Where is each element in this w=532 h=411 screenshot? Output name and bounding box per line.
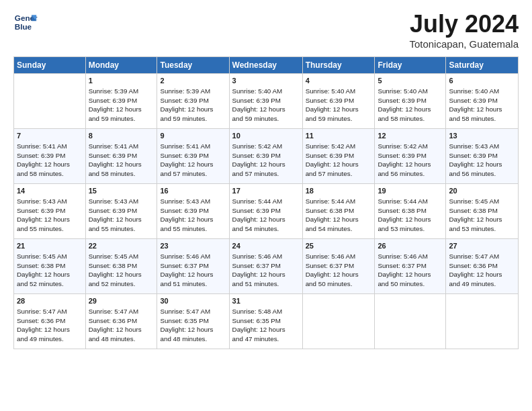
day-number: 17 [232, 186, 300, 196]
table-row: 5Sunrise: 5:40 AM Sunset: 6:39 PM Daylig… [375, 74, 446, 129]
table-row: 30Sunrise: 5:47 AM Sunset: 6:35 PM Dayli… [157, 294, 229, 349]
day-number: 30 [160, 296, 226, 306]
table-row: 23Sunrise: 5:46 AM Sunset: 6:37 PM Dayli… [157, 239, 229, 294]
table-row: 3Sunrise: 5:40 AM Sunset: 6:39 PM Daylig… [229, 74, 302, 129]
day-info: Sunrise: 5:47 AM Sunset: 6:36 PM Dayligh… [449, 252, 515, 289]
day-info: Sunrise: 5:39 AM Sunset: 6:39 PM Dayligh… [160, 87, 226, 124]
day-number: 25 [306, 241, 372, 251]
header-saturday: Saturday [446, 57, 519, 74]
table-row: 24Sunrise: 5:46 AM Sunset: 6:37 PM Dayli… [229, 239, 302, 294]
table-row: 2Sunrise: 5:39 AM Sunset: 6:39 PM Daylig… [157, 74, 229, 129]
day-info: Sunrise: 5:40 AM Sunset: 6:39 PM Dayligh… [232, 87, 300, 124]
header-thursday: Thursday [302, 57, 375, 74]
day-info: Sunrise: 5:46 AM Sunset: 6:37 PM Dayligh… [160, 252, 226, 289]
table-row: 16Sunrise: 5:43 AM Sunset: 6:39 PM Dayli… [157, 184, 229, 239]
day-info: Sunrise: 5:46 AM Sunset: 6:37 PM Dayligh… [378, 252, 443, 289]
day-info: Sunrise: 5:41 AM Sunset: 6:39 PM Dayligh… [160, 142, 226, 179]
day-number: 26 [378, 241, 443, 251]
table-row: 26Sunrise: 5:46 AM Sunset: 6:37 PM Dayli… [375, 239, 446, 294]
day-number: 14 [17, 186, 83, 196]
logo-icon: General Blue [13, 10, 38, 34]
logo: General Blue [13, 10, 38, 34]
day-number: 16 [160, 186, 226, 196]
day-info: Sunrise: 5:40 AM Sunset: 6:39 PM Dayligh… [306, 87, 372, 124]
day-info: Sunrise: 5:40 AM Sunset: 6:39 PM Dayligh… [449, 87, 515, 124]
table-row: 9Sunrise: 5:41 AM Sunset: 6:39 PM Daylig… [157, 129, 229, 184]
table-row: 12Sunrise: 5:42 AM Sunset: 6:39 PM Dayli… [375, 129, 446, 184]
table-row: 20Sunrise: 5:45 AM Sunset: 6:38 PM Dayli… [446, 184, 519, 239]
week-row-1: 1Sunrise: 5:39 AM Sunset: 6:39 PM Daylig… [14, 74, 519, 129]
day-number: 23 [160, 241, 226, 251]
header-monday: Monday [85, 57, 157, 74]
month-year-title: July 2024 [409, 10, 519, 38]
day-number: 29 [89, 296, 154, 306]
day-info: Sunrise: 5:45 AM Sunset: 6:38 PM Dayligh… [89, 252, 154, 289]
day-number: 6 [449, 76, 515, 86]
day-number: 3 [232, 76, 300, 86]
day-number: 18 [306, 186, 372, 196]
header-sunday: Sunday [14, 57, 86, 74]
table-row: 15Sunrise: 5:43 AM Sunset: 6:39 PM Dayli… [85, 184, 157, 239]
page: General Blue July 2024 Totonicapan, Guat… [0, 0, 532, 411]
day-number: 7 [17, 131, 83, 141]
table-row: 19Sunrise: 5:44 AM Sunset: 6:38 PM Dayli… [375, 184, 446, 239]
day-info: Sunrise: 5:43 AM Sunset: 6:39 PM Dayligh… [160, 197, 226, 234]
table-row: 25Sunrise: 5:46 AM Sunset: 6:37 PM Dayli… [302, 239, 375, 294]
table-row: 6Sunrise: 5:40 AM Sunset: 6:39 PM Daylig… [446, 74, 519, 129]
day-info: Sunrise: 5:46 AM Sunset: 6:37 PM Dayligh… [232, 252, 300, 289]
week-row-3: 14Sunrise: 5:43 AM Sunset: 6:39 PM Dayli… [14, 184, 519, 239]
day-number: 22 [89, 241, 154, 251]
svg-text:Blue: Blue [15, 22, 32, 31]
day-number: 19 [378, 186, 443, 196]
header-wednesday: Wednesday [229, 57, 302, 74]
table-row: 21Sunrise: 5:45 AM Sunset: 6:38 PM Dayli… [14, 239, 86, 294]
week-row-2: 7Sunrise: 5:41 AM Sunset: 6:39 PM Daylig… [14, 129, 519, 184]
table-row [302, 294, 375, 349]
day-number: 12 [378, 131, 443, 141]
day-number: 1 [89, 76, 154, 86]
day-number: 31 [232, 296, 300, 306]
day-info: Sunrise: 5:40 AM Sunset: 6:39 PM Dayligh… [378, 87, 443, 124]
day-number: 21 [17, 241, 83, 251]
table-row: 7Sunrise: 5:41 AM Sunset: 6:39 PM Daylig… [14, 129, 86, 184]
day-info: Sunrise: 5:39 AM Sunset: 6:39 PM Dayligh… [89, 87, 154, 124]
day-number: 24 [232, 241, 300, 251]
day-number: 27 [449, 241, 515, 251]
day-number: 11 [306, 131, 372, 141]
location-subtitle: Totonicapan, Guatemala [409, 38, 519, 50]
day-info: Sunrise: 5:44 AM Sunset: 6:38 PM Dayligh… [306, 197, 372, 234]
day-info: Sunrise: 5:48 AM Sunset: 6:35 PM Dayligh… [232, 307, 300, 344]
day-info: Sunrise: 5:43 AM Sunset: 6:39 PM Dayligh… [17, 197, 83, 234]
day-info: Sunrise: 5:45 AM Sunset: 6:38 PM Dayligh… [449, 197, 515, 234]
table-row [446, 294, 519, 349]
day-info: Sunrise: 5:42 AM Sunset: 6:39 PM Dayligh… [306, 142, 372, 179]
day-info: Sunrise: 5:47 AM Sunset: 6:36 PM Dayligh… [17, 307, 83, 344]
table-row: 22Sunrise: 5:45 AM Sunset: 6:38 PM Dayli… [85, 239, 157, 294]
table-row: 8Sunrise: 5:41 AM Sunset: 6:39 PM Daylig… [85, 129, 157, 184]
day-number: 28 [17, 296, 83, 306]
header-row: Sunday Monday Tuesday Wednesday Thursday… [14, 57, 519, 74]
day-info: Sunrise: 5:47 AM Sunset: 6:36 PM Dayligh… [89, 307, 154, 344]
day-number: 20 [449, 186, 515, 196]
day-number: 4 [306, 76, 372, 86]
day-info: Sunrise: 5:44 AM Sunset: 6:39 PM Dayligh… [232, 197, 300, 234]
calendar-table: Sunday Monday Tuesday Wednesday Thursday… [13, 56, 519, 349]
day-info: Sunrise: 5:47 AM Sunset: 6:35 PM Dayligh… [160, 307, 226, 344]
week-row-5: 28Sunrise: 5:47 AM Sunset: 6:36 PM Dayli… [14, 294, 519, 349]
header-friday: Friday [375, 57, 446, 74]
day-info: Sunrise: 5:46 AM Sunset: 6:37 PM Dayligh… [306, 252, 372, 289]
day-number: 13 [449, 131, 515, 141]
day-info: Sunrise: 5:41 AM Sunset: 6:39 PM Dayligh… [89, 142, 154, 179]
table-row: 10Sunrise: 5:42 AM Sunset: 6:39 PM Dayli… [229, 129, 302, 184]
header-tuesday: Tuesday [157, 57, 229, 74]
table-row [375, 294, 446, 349]
week-row-4: 21Sunrise: 5:45 AM Sunset: 6:38 PM Dayli… [14, 239, 519, 294]
table-row: 29Sunrise: 5:47 AM Sunset: 6:36 PM Dayli… [85, 294, 157, 349]
day-number: 5 [378, 76, 443, 86]
table-row: 17Sunrise: 5:44 AM Sunset: 6:39 PM Dayli… [229, 184, 302, 239]
day-number: 10 [232, 131, 300, 141]
title-block: July 2024 Totonicapan, Guatemala [409, 10, 519, 50]
table-row: 28Sunrise: 5:47 AM Sunset: 6:36 PM Dayli… [14, 294, 86, 349]
day-info: Sunrise: 5:43 AM Sunset: 6:39 PM Dayligh… [449, 142, 515, 179]
table-row: 27Sunrise: 5:47 AM Sunset: 6:36 PM Dayli… [446, 239, 519, 294]
